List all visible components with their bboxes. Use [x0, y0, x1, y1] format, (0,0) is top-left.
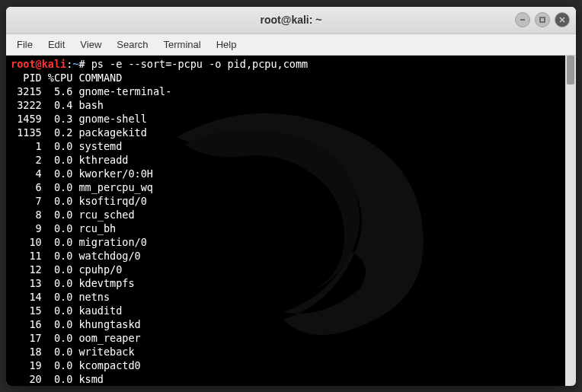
output-row: 7 0.0 ksoftirqd/0	[11, 195, 147, 207]
output-row: 11 0.0 watchdog/0	[11, 250, 141, 262]
menu-view[interactable]: View	[74, 37, 107, 53]
window-controls	[515, 12, 570, 27]
output-header: PID %CPU COMMAND	[11, 72, 122, 84]
prompt-user: root@kali	[11, 58, 66, 70]
output-row: 15 0.0 kauditd	[11, 304, 122, 317]
maximize-button[interactable]	[535, 12, 550, 27]
output-row: 17 0.0 oom_reaper	[11, 332, 141, 344]
menu-file[interactable]: File	[11, 37, 39, 53]
output-row: 18 0.0 writeback	[11, 346, 135, 358]
menu-help[interactable]: Help	[210, 37, 243, 53]
output-row: 6 0.0 mm_percpu_wq	[11, 181, 153, 193]
svg-rect-1	[540, 18, 545, 22]
command-text: ps -e --sort=-pcpu -o pid,pcpu,comm	[91, 58, 308, 70]
output-row: 1459 0.3 gnome-shell	[11, 113, 147, 125]
output-row: 9 0.0 rcu_bh	[11, 222, 116, 234]
output-row: 3222 0.4 bash	[11, 99, 104, 111]
output-row: 3215 5.6 gnome-terminal-	[11, 85, 171, 97]
output-row: 14 0.0 netns	[11, 291, 110, 303]
output-row: 2 0.0 kthreadd	[11, 154, 128, 166]
output-row: 8 0.0 rcu_sched	[11, 209, 135, 221]
minimize-button[interactable]	[515, 12, 530, 27]
titlebar: root@kali: ~	[6, 7, 576, 34]
prompt-symbol: #	[78, 58, 91, 70]
terminal-window: root@kali: ~ File Edit View Search Termi…	[6, 7, 576, 386]
close-button[interactable]	[555, 12, 570, 27]
terminal-area[interactable]: root@kali:~# ps -e --sort=-pcpu -o pid,p…	[6, 56, 576, 386]
menu-search[interactable]: Search	[110, 37, 154, 53]
output-row: 10 0.0 migration/0	[11, 236, 147, 248]
output-row: 4 0.0 kworker/0:0H	[11, 167, 153, 180]
output-row: 16 0.0 khungtaskd	[11, 318, 141, 330]
output-row: 12 0.0 cpuhp/0	[11, 263, 122, 276]
output-row: 1135 0.2 packagekitd	[11, 126, 147, 139]
window-title: root@kali: ~	[6, 14, 576, 26]
output-row: 19 0.0 kcompactd0	[11, 359, 141, 371]
output-row: 20 0.0 ksmd	[11, 373, 104, 385]
output-row: 13 0.0 kdevtmpfs	[11, 277, 135, 289]
output-row: 1 0.0 systemd	[11, 140, 122, 152]
menu-edit[interactable]: Edit	[42, 37, 71, 53]
terminal-output[interactable]: root@kali:~# ps -e --sort=-pcpu -o pid,p…	[6, 56, 576, 386]
menu-terminal[interactable]: Terminal	[158, 37, 207, 53]
menubar: File Edit View Search Terminal Help	[6, 34, 576, 56]
